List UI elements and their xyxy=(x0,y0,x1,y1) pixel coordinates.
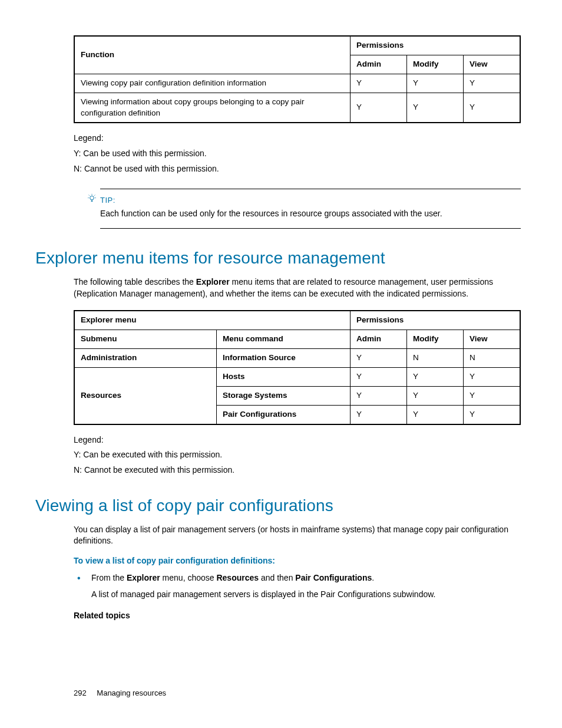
cell-modify: Y xyxy=(407,368,464,387)
th-admin: Admin xyxy=(351,330,407,349)
cell-command: Hosts xyxy=(217,368,351,387)
tip-label: TIP: xyxy=(100,195,521,206)
cell-modify: Y xyxy=(407,405,464,424)
bullet-text: menu, choose xyxy=(160,573,217,582)
bullet-text: and then xyxy=(259,573,295,582)
th-modify: Modify xyxy=(407,330,464,349)
procedure-heading: To view a list of copy pair configuratio… xyxy=(74,555,521,567)
cell-admin: Y xyxy=(351,93,407,123)
th-submenu: Submenu xyxy=(74,330,217,349)
th-permissions: Permissions xyxy=(351,311,521,330)
svg-point-0 xyxy=(90,196,94,200)
section-intro-text: You can display a list of pair managemen… xyxy=(74,524,521,547)
cell-modify: Y xyxy=(407,74,464,93)
tip-text: Each function can be used only for the r… xyxy=(100,208,521,220)
section-heading-explorer: Explorer menu items for resource managem… xyxy=(35,246,521,269)
lightbulb-icon xyxy=(87,194,97,207)
th-explorer-menu: Explorer menu xyxy=(74,311,351,330)
intro-bold: Explorer xyxy=(196,277,230,286)
cell-submenu: Administration xyxy=(74,349,217,368)
bullet-bold: Pair Configurations xyxy=(295,573,372,582)
related-topics-heading: Related topics xyxy=(74,610,521,622)
legend-y: Y: Can be used with this permission. xyxy=(74,148,521,160)
th-view: View xyxy=(464,330,521,349)
cell-function: Viewing information about copy groups be… xyxy=(74,93,351,123)
section-intro: The following table describes the Explor… xyxy=(74,276,521,299)
bullet-text: . xyxy=(372,573,374,582)
cell-admin: Y xyxy=(351,368,407,387)
cell-command: Information Source xyxy=(217,349,351,368)
list-item: From the Explorer menu, choose Resources… xyxy=(74,572,521,600)
cell-admin: Y xyxy=(351,405,407,424)
cell-view: Y xyxy=(464,386,521,405)
bullet-bold: Resources xyxy=(216,573,259,582)
bullet-bold: Explorer xyxy=(127,573,160,582)
cell-admin: Y xyxy=(351,386,407,405)
svg-line-6 xyxy=(89,195,90,196)
cell-view: Y xyxy=(464,74,521,93)
table-row: Viewing copy pair configuration definiti… xyxy=(74,74,520,93)
cell-admin: Y xyxy=(351,74,407,93)
legend-block: Legend: Y: Can be executed with this per… xyxy=(74,434,521,476)
cell-modify: Y xyxy=(407,386,464,405)
intro-text: The following table describes the xyxy=(74,277,196,286)
legend-n: N: Cannot be executed with this permissi… xyxy=(74,465,521,476)
legend-n: N: Cannot be used with this permission. xyxy=(74,163,521,175)
cell-view: Y xyxy=(464,93,521,123)
table-row: Viewing information about copy groups be… xyxy=(74,93,520,123)
th-modify: Modify xyxy=(407,55,464,74)
explorer-menu-table: Explorer menu Permissions Submenu Menu c… xyxy=(74,310,521,424)
cell-admin: Y xyxy=(351,349,407,368)
th-admin: Admin xyxy=(351,55,407,74)
legend-title: Legend: xyxy=(74,434,521,446)
cell-command: Pair Configurations xyxy=(217,405,351,424)
svg-line-7 xyxy=(94,195,95,196)
legend-y: Y: Can be executed with this permission. xyxy=(74,449,521,461)
th-permissions: Permissions xyxy=(351,36,521,55)
cell-modify: Y xyxy=(407,93,464,123)
th-view: View xyxy=(464,55,521,74)
cell-function: Viewing copy pair configuration definiti… xyxy=(74,74,351,93)
function-permissions-table: Function Permissions Admin Modify View V… xyxy=(74,35,521,123)
cell-submenu: Resources xyxy=(74,368,217,424)
cell-view: Y xyxy=(464,368,521,387)
th-function: Function xyxy=(74,36,351,74)
cell-view: N xyxy=(464,349,521,368)
bullet-text: From the xyxy=(91,573,127,582)
cell-modify: N xyxy=(407,349,464,368)
table-row: Administration Information Source Y N N xyxy=(74,349,520,368)
legend-block: Legend: Y: Can be used with this permiss… xyxy=(74,133,521,174)
table-row: Resources Hosts Y Y Y xyxy=(74,368,520,387)
procedure-list: From the Explorer menu, choose Resources… xyxy=(74,572,521,600)
bullet-result: A list of managed pair management server… xyxy=(91,589,521,601)
cell-command: Storage Systems xyxy=(217,386,351,405)
tip-block: TIP: Each function can be used only for … xyxy=(100,189,521,229)
legend-title: Legend: xyxy=(74,133,521,144)
section-heading-viewing: Viewing a list of copy pair configuratio… xyxy=(35,494,521,517)
cell-view: Y xyxy=(464,405,521,424)
th-command: Menu command xyxy=(217,330,351,349)
